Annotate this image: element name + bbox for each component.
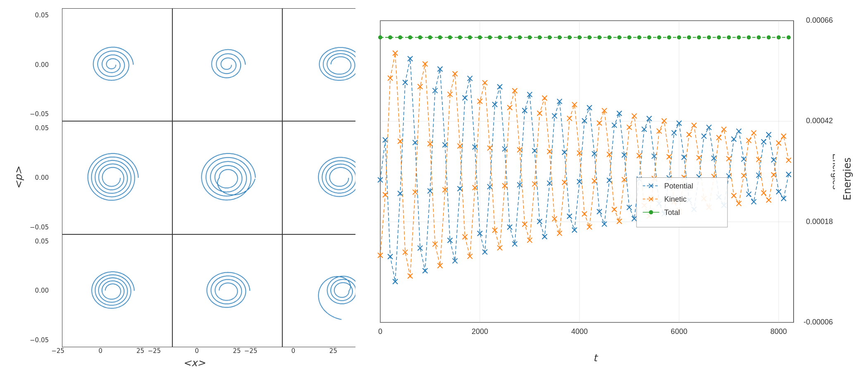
x-axis-label-right: t <box>593 352 597 364</box>
grid-cell-7 <box>172 234 283 347</box>
x-axis-label: <x> <box>183 357 205 369</box>
grid-cell-1 <box>172 8 283 121</box>
left-panel: <p> 0.05 0.00 −0.05 0.05 0.00 −0.0 <box>8 8 347 364</box>
y-tick-top-r1: 0.05 <box>30 124 49 132</box>
x-tick-mid-c2: 0 <box>291 347 296 355</box>
y-tick-bot-r1: −0.05 <box>30 224 49 231</box>
x-tick-right-c0: 25 <box>136 347 144 355</box>
y-tick-bot-r2: −0.05 <box>30 336 49 344</box>
grid-cell-6 <box>62 234 172 347</box>
y-tick-mid-r0: 0.00 <box>30 61 49 69</box>
energy-chart <box>355 8 835 347</box>
grid-cell-0 <box>62 8 172 121</box>
y-tick-top-r0: 0.05 <box>30 12 49 19</box>
y-tick-bot-r0: −0.05 <box>30 110 49 118</box>
y-axis-label: <p> <box>13 166 24 189</box>
x-tick-left-c0: −25 <box>51 347 64 355</box>
phase-space-grid <box>62 8 393 347</box>
x-tick-mid-c0: 0 <box>98 347 103 355</box>
right-panel: Energies t <box>355 8 860 364</box>
x-tick-right-c1: 25 <box>233 347 241 355</box>
y-tick-top-r2: 0.05 <box>30 238 49 245</box>
x-tick-right-c2: 25 <box>329 347 337 355</box>
x-tick-left-c2: −25 <box>244 347 258 355</box>
grid-cell-4 <box>172 121 283 234</box>
right-y-axis-label: Energies <box>842 157 853 200</box>
y-tick-mid-r1: 0.00 <box>30 174 49 181</box>
x-tick-left-c1: −25 <box>148 347 161 355</box>
y-tick-mid-r2: 0.00 <box>30 287 49 294</box>
grid-cell-3 <box>62 121 172 234</box>
main-container: <p> 0.05 0.00 −0.05 0.05 0.00 −0.0 <box>0 0 868 372</box>
x-tick-mid-c1: 0 <box>195 347 199 355</box>
